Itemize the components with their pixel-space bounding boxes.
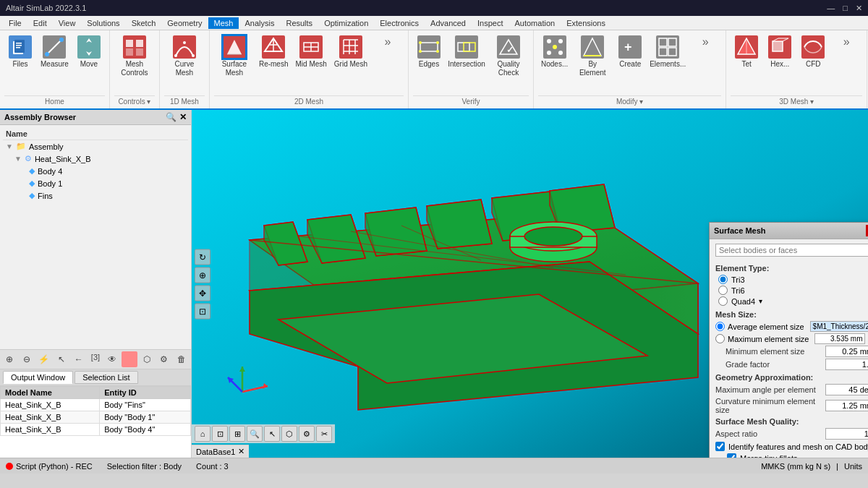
vp-mesh-btn[interactable]: ⬡	[281, 426, 297, 442]
ribbon-btn-measure[interactable]: Measure	[38, 33, 72, 71]
max-angle-value[interactable]: 45 deg	[825, 384, 868, 395]
identify-features-checkbox[interactable]	[715, 442, 725, 451]
tb-hide-icon[interactable]: 👁	[104, 351, 120, 367]
tab-selection-list[interactable]: Selection List	[75, 371, 137, 384]
select-bodies-input[interactable]	[715, 244, 868, 257]
menu-automation[interactable]: Automation	[509, 17, 561, 29]
close-btn[interactable]: ✕	[856, 4, 862, 12]
tree-item-body1[interactable]: ◆ Body 1	[3, 177, 188, 189]
menu-solutions[interactable]: Solutions	[81, 17, 125, 29]
ribbon-btn-files[interactable]: Files	[4, 33, 36, 71]
ribbon-btn-mid-mesh[interactable]: Mid Mesh	[292, 33, 329, 71]
mid-mesh-label: Mid Mesh	[295, 60, 326, 69]
max-size-value[interactable]: 3.535 mm	[814, 333, 865, 344]
ribbon-btn-remesh[interactable]: Re-mesh	[256, 33, 292, 71]
mid-mesh-icon	[299, 35, 323, 59]
tree-item-assembly[interactable]: ▼ 📁 Assembly	[3, 140, 188, 153]
viewport-tab-close[interactable]: ✕	[238, 447, 244, 456]
menu-mesh[interactable]: Mesh	[208, 17, 239, 29]
ribbon-btn-curve-mesh[interactable]: Curve Mesh	[164, 33, 205, 80]
radio-tri6[interactable]: Tri6	[718, 286, 868, 295]
ribbon-btn-surface-mesh[interactable]: Surface Mesh	[214, 33, 255, 80]
tree-item-heatsink[interactable]: ▼ ⚙ Heat_Sink_X_B	[3, 153, 188, 165]
vc-rotate-btn[interactable]: ↻	[195, 249, 210, 265]
ribbon-btn-move[interactable]: Move	[73, 33, 105, 71]
merge-fillets-checkbox[interactable]	[727, 453, 736, 458]
avg-size-value[interactable]: $M1_Thickness/2	[810, 321, 868, 332]
radio-avg-size[interactable]	[715, 322, 725, 331]
ribbon-btn-edges[interactable]: Edges	[413, 33, 445, 71]
ribbon-btn-elements[interactable]: Elements...	[647, 33, 688, 71]
grid-mesh-label: Grid Mesh	[334, 60, 367, 69]
menu-geometry[interactable]: Geometry	[161, 17, 208, 29]
tb-select-icon[interactable]: ↖	[54, 351, 69, 367]
merge-fillets-label: Merge tiny fillets	[740, 454, 797, 458]
radio-quad4-input[interactable]	[718, 296, 728, 306]
vp-home-btn[interactable]: ⌂	[195, 426, 210, 442]
menu-inspect[interactable]: Inspect	[472, 17, 509, 29]
tb-mesh-icon[interactable]: ⬡	[139, 351, 155, 367]
ribbon-btn-more-modify[interactable]: »	[689, 33, 721, 51]
menu-results[interactable]: Results	[280, 17, 318, 29]
dialog-titlebar[interactable]: Surface Mesh ✕	[710, 223, 868, 239]
tree-item-fins[interactable]: ◆ Fins	[3, 189, 188, 202]
ribbon-btn-cfd[interactable]: CFD	[797, 33, 829, 71]
tree-item-body4[interactable]: ◆ Body 4	[3, 165, 188, 177]
quad4-expand-icon[interactable]: ▾	[759, 297, 762, 305]
ribbon-btn-grid-mesh[interactable]: Grid Mesh	[331, 33, 370, 71]
tb-back-icon[interactable]: ←	[71, 351, 87, 367]
close-panel-icon[interactable]: ✕	[179, 112, 187, 122]
ribbon-btn-more-3d[interactable]: »	[830, 33, 862, 51]
ribbon-btn-hex[interactable]: Hex...	[764, 33, 796, 71]
radio-tri3[interactable]: Tri3	[718, 275, 868, 284]
menu-file[interactable]: File	[3, 17, 27, 29]
ribbon-btn-intersection[interactable]: Intersection	[446, 33, 487, 71]
viewport[interactable]: ↻ ⊕ ✥ ⊡ ⌂ ⊡ ⊞ 🔍 ↖ ⬡ ⚙ ✂ DataBase1 ✕ Surf…	[192, 110, 868, 458]
grade-factor-value[interactable]: 1.5	[825, 359, 868, 370]
vp-zoom-in-btn[interactable]: 🔍	[247, 426, 263, 442]
ribbon-btn-quality-check[interactable]: ✓ Quality Check	[488, 33, 529, 80]
menu-electronics[interactable]: Electronics	[374, 17, 425, 29]
ribbon-btn-by-element[interactable]: By Element	[572, 33, 613, 80]
menu-analysis[interactable]: Analysis	[239, 17, 280, 29]
ribbon-btn-create[interactable]: + Create	[614, 33, 646, 71]
maximize-btn[interactable]: □	[843, 4, 848, 12]
vp-clip-btn[interactable]: ✂	[316, 426, 332, 442]
tb-color-icon[interactable]	[122, 351, 137, 367]
radio-max-size[interactable]	[715, 334, 725, 343]
radio-tri6-input[interactable]	[718, 286, 728, 295]
search-icon[interactable]: 🔍	[166, 112, 176, 122]
menu-advanced[interactable]: Advanced	[425, 17, 472, 29]
fins-icon: ◆	[29, 191, 35, 200]
tb-settings-icon[interactable]: ⚙	[156, 351, 172, 367]
tab-output-window[interactable]: Output Window	[3, 371, 73, 384]
ribbon-btn-nodes[interactable]: Nodes...	[538, 33, 571, 71]
ribbon-btn-tet[interactable]: Tet	[731, 33, 762, 71]
menu-extensions[interactable]: Extensions	[561, 17, 611, 29]
menu-edit[interactable]: Edit	[27, 17, 53, 29]
aspect-ratio-value[interactable]: 10	[825, 428, 868, 440]
menu-view[interactable]: View	[53, 17, 82, 29]
min-size-value[interactable]: 0.25 mm	[825, 346, 868, 357]
ribbon-btn-more-2d[interactable]: »	[372, 33, 404, 51]
avg-size-row: Average element size $M1_Thickness/2	[715, 321, 868, 332]
tb-filter-icon[interactable]: ⚡	[36, 351, 52, 367]
tb-delete-icon[interactable]: 🗑	[174, 351, 190, 367]
curvature-value[interactable]: 1.25 mm	[825, 400, 868, 411]
vc-zoom-btn[interactable]: ⊕	[195, 267, 210, 283]
vp-select-btn[interactable]: ↖	[264, 426, 280, 442]
minimize-btn[interactable]: —	[827, 4, 835, 12]
menu-optimization[interactable]: Optimization	[318, 17, 374, 29]
vp-settings-btn[interactable]: ⚙	[299, 426, 315, 442]
ribbon-btn-mesh-controls[interactable]: Mesh Controls	[114, 33, 155, 80]
vc-fit-btn[interactable]: ⊡	[195, 303, 210, 319]
aspect-ratio-row: Aspect ratio 10	[715, 428, 868, 440]
vp-zoom-fit-btn[interactable]: ⊞	[229, 426, 245, 442]
menu-sketch[interactable]: Sketch	[126, 17, 162, 29]
tb-collapse-icon[interactable]: ⊖	[19, 351, 35, 367]
tb-expand-icon[interactable]: ⊕	[1, 351, 17, 367]
vc-pan-btn[interactable]: ✥	[195, 285, 210, 301]
vp-frame-btn[interactable]: ⊡	[212, 426, 228, 442]
radio-tri3-input[interactable]	[718, 275, 728, 284]
radio-quad4[interactable]: Quad4 ▾	[718, 296, 868, 306]
